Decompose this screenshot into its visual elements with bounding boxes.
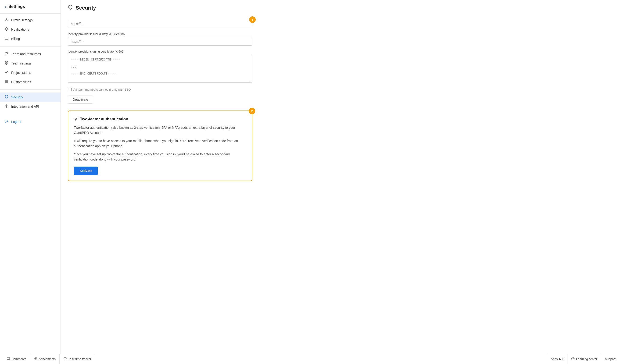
svg-point-10 [5, 105, 8, 107]
apps-label: Apps [551, 357, 558, 361]
footer-task-time-tracker-label: Task time tracker [68, 357, 91, 361]
sidebar-item-label: Notifications [11, 27, 29, 31]
url-form-group [68, 20, 252, 28]
svg-point-9 [6, 105, 7, 106]
logout-icon [5, 119, 8, 124]
footer-comments-label: Comments [11, 357, 26, 361]
footer-attachments[interactable]: Attachments [30, 354, 60, 364]
page-header: Security [61, 0, 624, 15]
gear-icon [5, 61, 8, 66]
grid-icon [5, 80, 8, 84]
step-badge-1: 1 [249, 16, 256, 23]
app-store-icons: ▶  [559, 357, 564, 361]
play-store-icon: ▶ [559, 357, 561, 361]
logout-button[interactable]: Logout [0, 117, 60, 126]
tfa-description-2: It will require you to have access to yo… [74, 138, 246, 149]
certificate-label: Identity provider signing certificate (X… [68, 50, 252, 53]
timer-icon [63, 357, 67, 361]
sso-section: 1 Identity provider issuer (Entity id, C… [68, 20, 252, 104]
sidebar-item-label: Project status [11, 71, 31, 75]
back-button[interactable]: ‹ [5, 4, 6, 9]
user-icon [5, 18, 8, 23]
sidebar-team-section: Team and resources Team settings Project… [0, 48, 60, 89]
team-icon [5, 52, 8, 56]
footer-right: Apps ▶  Learning center Support [547, 354, 619, 364]
issuer-label: Identity provider issuer (Entity id, Cli… [68, 32, 252, 36]
sidebar-divider-2 [0, 89, 60, 90]
tfa-icon [74, 117, 78, 122]
page-title: Security [76, 5, 96, 11]
sidebar-item-team-settings[interactable]: Team settings [0, 59, 60, 68]
sidebar-item-integration-and-api[interactable]: Integration and API [0, 102, 60, 111]
sidebar-security-section: Security Integration and API [0, 91, 60, 113]
footer-learning-center[interactable]: Learning center [567, 354, 601, 364]
issuer-input[interactable] [68, 37, 252, 46]
footer-support-label: Support [605, 357, 616, 361]
svg-point-5 [6, 62, 7, 63]
issuer-form-group: Identity provider issuer (Entity id, Cli… [68, 32, 252, 46]
comments-icon [6, 357, 10, 361]
sidebar-header: ‹ Settings [0, 0, 60, 14]
attachments-icon [34, 357, 37, 361]
tfa-header: Two-factor authentication [74, 117, 246, 122]
sidebar-item-project-status[interactable]: Project status [0, 68, 60, 77]
sidebar-item-label: Profile settings [11, 18, 33, 22]
sidebar-item-label: Billing [11, 37, 20, 41]
main-content: Security 1 Identity provider issuer (Ent… [61, 0, 624, 354]
footer-attachments-label: Attachments [39, 357, 56, 361]
logout-label: Logout [11, 120, 21, 124]
sidebar-item-label: Custom fields [11, 80, 31, 84]
svg-rect-1 [5, 37, 8, 39]
tfa-description-3: Once you have set up two-factor authenti… [74, 152, 246, 162]
footer-apps[interactable]: Apps ▶  [547, 354, 567, 364]
footer-task-time-tracker[interactable]: Task time tracker [60, 354, 95, 364]
svg-point-0 [6, 19, 7, 20]
tfa-description-1: Two-factor authentication (also known as… [74, 125, 246, 135]
sidebar-title: Settings [8, 4, 25, 9]
sso-url-input[interactable] [68, 20, 252, 28]
bell-icon [5, 27, 8, 32]
sidebar-top-section: Profile settings Notifications Billing [0, 14, 60, 45]
page-header-icon [68, 5, 73, 11]
apple-store-icon:  [562, 357, 564, 361]
tfa-title: Two-factor authentication [80, 117, 128, 122]
footer-comments[interactable]: Comments [5, 354, 30, 364]
sidebar-item-billing[interactable]: Billing [0, 34, 60, 43]
footer-support[interactable]: Support [601, 354, 619, 364]
api-icon [5, 104, 8, 109]
sidebar: ‹ Settings Profile settings Notification… [0, 0, 61, 354]
content-body: 1 Identity provider issuer (Entity id, C… [61, 15, 624, 354]
tfa-section: 2 Two-factor authentication Two-factor a… [68, 110, 252, 181]
billing-icon [5, 36, 8, 41]
sidebar-item-custom-fields[interactable]: Custom fields [0, 77, 60, 87]
activate-button[interactable]: Activate [74, 167, 98, 175]
footer-learning-center-label: Learning center [576, 357, 597, 361]
sso-checkbox-label: All team members can login only with SSO [73, 88, 131, 91]
sidebar-item-team-and-resources[interactable]: Team and resources [0, 49, 60, 59]
certificate-form-group: Identity provider signing certificate (X… [68, 50, 252, 83]
svg-point-4 [7, 52, 8, 53]
sidebar-item-notifications[interactable]: Notifications [0, 25, 60, 34]
help-icon [571, 357, 575, 361]
step-badge-2: 2 [249, 108, 255, 114]
certificate-textarea[interactable] [68, 55, 252, 83]
footer-bar: Comments Attachments Task time tracker A… [0, 354, 624, 364]
sidebar-item-label: Security [11, 95, 23, 99]
sidebar-item-label: Team settings [11, 61, 31, 65]
sidebar-divider-3 [0, 114, 60, 114]
sso-checkbox-row: All team members can login only with SSO [68, 88, 252, 91]
sidebar-item-security[interactable]: Security [0, 93, 60, 102]
shield-icon [5, 95, 8, 100]
deactivate-button[interactable]: Deactivate [68, 96, 93, 104]
sidebar-divider-1 [0, 46, 60, 47]
svg-point-3 [6, 52, 6, 53]
sidebar-item-label: Team and resources [11, 52, 41, 56]
sso-only-checkbox[interactable] [68, 88, 72, 91]
sidebar-item-label: Integration and API [11, 105, 39, 108]
check-icon [5, 70, 8, 75]
sidebar-item-profile-settings[interactable]: Profile settings [0, 15, 60, 25]
